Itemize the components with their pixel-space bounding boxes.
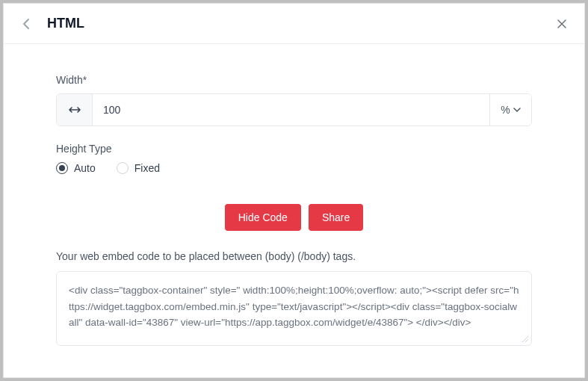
radio-selected-icon [56,162,68,174]
arrows-horizontal-icon [68,105,81,114]
height-type-section: Height Type Auto Fixed [56,143,532,174]
close-button[interactable] [554,16,569,31]
width-label: Width* [56,74,532,86]
radio-unselected-icon [117,162,129,174]
height-type-auto-label: Auto [74,162,96,174]
modal-body: Width* % Height Type [4,44,584,377]
height-type-fixed-option[interactable]: Fixed [117,162,160,174]
embed-code-content: <div class="taggbox-container" style=" w… [69,285,519,328]
width-unit-label: % [501,104,510,116]
height-type-auto-option[interactable]: Auto [56,162,96,174]
height-type-fixed-label: Fixed [134,162,160,174]
width-icon-addon [57,94,93,126]
chevron-down-icon [513,108,521,112]
modal-title: HTML [47,16,84,31]
action-buttons-row: Hide Code Share [56,204,532,231]
embed-code-textarea[interactable]: <div class="taggbox-container" style=" w… [56,271,532,346]
width-input[interactable] [93,94,489,126]
back-button[interactable] [19,16,34,31]
modal-header: HTML [4,4,584,44]
modal-container: HTML Width* % Height Type [3,3,585,378]
width-unit-select[interactable]: % [489,94,531,126]
hide-code-button[interactable]: Hide Code [225,204,301,231]
width-input-group: % [56,93,532,126]
height-type-label: Height Type [56,143,532,155]
chevron-left-icon [22,18,30,30]
height-type-radio-group: Auto Fixed [56,162,532,174]
share-button[interactable]: Share [309,204,363,231]
resize-handle-icon [522,335,529,343]
embed-hint-text: Your web embed code to be placed between… [56,250,532,262]
close-icon [557,19,567,29]
